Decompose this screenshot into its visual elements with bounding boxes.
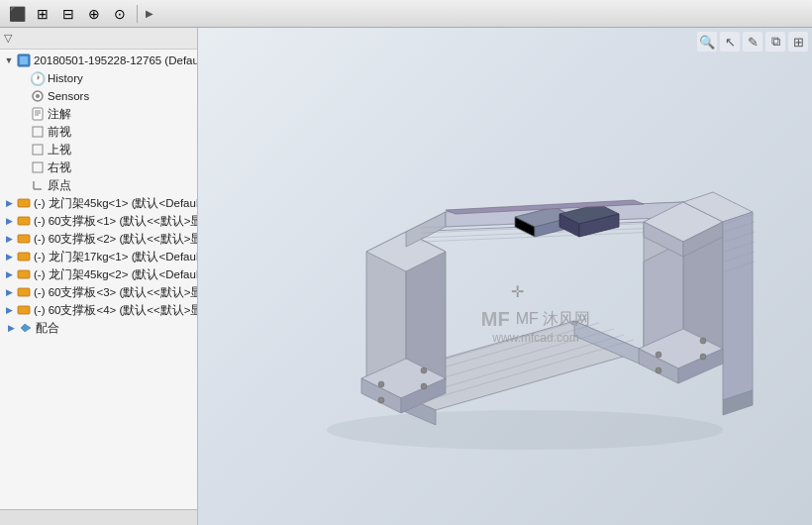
tree-item-part6[interactable]: ▶ (-) 60支撑板<3> (默认<<默认>显 xyxy=(0,283,197,301)
top-icon xyxy=(30,142,46,158)
tree-item-part4[interactable]: ▶ (-) 龙门架17kg<1> (默认<Default_ xyxy=(0,248,197,265)
svg-point-60 xyxy=(656,368,661,373)
left-panel: ▽ ▼ 20180501-195228-12765 (Default<De � xyxy=(0,28,198,525)
part5-icon xyxy=(16,266,32,282)
tree-item-sensors[interactable]: Sensors xyxy=(0,87,197,105)
part5-expander[interactable]: ▶ xyxy=(2,267,16,281)
vp-pointer-icon[interactable]: ↖ xyxy=(720,32,740,52)
svg-rect-1 xyxy=(20,56,28,64)
root-icon xyxy=(16,52,32,68)
sensors-icon xyxy=(30,88,46,104)
notes-icon xyxy=(30,106,46,122)
front-icon xyxy=(30,124,46,140)
part1-label: (-) 龙门架45kg<1> (默认<Default_ xyxy=(34,196,197,211)
toolbar-icon-2[interactable]: ⊞ xyxy=(32,3,53,25)
top-toolbar: ⬛ ⊞ ⊟ ⊕ ⊙ ▶ xyxy=(0,0,812,28)
feature-tree[interactable]: ▼ 20180501-195228-12765 (Default<De 🕐 Hi… xyxy=(0,50,197,509)
svg-rect-16 xyxy=(18,253,30,261)
tree-item-part1[interactable]: ▶ (-) 龙门架45kg<1> (默认<Default_ xyxy=(0,194,197,212)
svg-point-66 xyxy=(421,368,427,373)
root-label: 20180501-195228-12765 (Default<De xyxy=(34,54,197,66)
svg-point-3 xyxy=(36,94,40,98)
part7-expander[interactable]: ▶ xyxy=(2,303,16,317)
viewport-icons: 🔍 ↖ ✎ ⧉ ⊞ xyxy=(697,32,808,52)
part3-expander[interactable]: ▶ xyxy=(2,232,16,246)
3d-model-svg xyxy=(267,93,782,460)
toolbar-icon-3[interactable]: ⊟ xyxy=(57,3,79,25)
mate-label: 配合 xyxy=(36,321,59,336)
part1-expander[interactable]: ▶ xyxy=(2,196,16,210)
tree-item-history[interactable]: 🕐 History xyxy=(0,69,197,87)
vp-search-icon[interactable]: 🔍 xyxy=(697,32,717,52)
mate-expander[interactable]: ▶ xyxy=(4,321,18,335)
right-expander xyxy=(16,160,30,174)
model-container xyxy=(257,57,792,495)
svg-rect-15 xyxy=(18,235,30,243)
svg-rect-13 xyxy=(18,199,30,207)
top-expander xyxy=(16,143,30,157)
tree-item-right[interactable]: 右视 xyxy=(0,158,197,176)
history-icon: 🕐 xyxy=(30,70,46,86)
bottom-status xyxy=(0,509,197,525)
svg-point-67 xyxy=(378,397,384,403)
toolbar-icon-4[interactable]: ⊕ xyxy=(83,3,105,25)
tree-item-part7[interactable]: ▶ (-) 60支撑板<4> (默认<<默认>显 xyxy=(0,301,197,319)
part4-expander[interactable]: ▶ xyxy=(2,250,16,263)
tree-item-top[interactable]: 上视 xyxy=(0,141,197,158)
vp-window-icon[interactable]: ⧉ xyxy=(765,32,785,52)
tree-item-notes[interactable]: 注解 xyxy=(0,105,197,123)
svg-rect-10 xyxy=(33,162,43,172)
tree-root[interactable]: ▼ 20180501-195228-12765 (Default<De xyxy=(0,52,197,69)
svg-rect-19 xyxy=(18,306,30,314)
vp-grid-icon[interactable]: ⊞ xyxy=(788,32,808,52)
sensors-label: Sensors xyxy=(48,90,89,102)
svg-point-68 xyxy=(421,383,427,389)
toolbar-icon-1[interactable]: ⬛ xyxy=(6,3,28,25)
svg-rect-17 xyxy=(18,270,30,278)
part3-label: (-) 60支撑板<2> (默认<<默认>显 xyxy=(34,232,197,247)
viewport[interactable]: 🔍 ↖ ✎ ⧉ ⊞ xyxy=(198,28,812,525)
history-expander xyxy=(16,71,30,85)
main-layout: ▽ ▼ 20180501-195228-12765 (Default<De � xyxy=(0,28,812,525)
part2-icon xyxy=(16,213,32,229)
root-expander[interactable]: ▼ xyxy=(2,53,16,67)
part2-expander[interactable]: ▶ xyxy=(2,214,16,228)
sensors-expander xyxy=(16,89,30,103)
toolbar-more-arrow[interactable]: ▶ xyxy=(144,6,155,21)
svg-point-65 xyxy=(378,381,384,387)
svg-rect-18 xyxy=(18,288,30,296)
separator-1 xyxy=(137,5,138,23)
origin-expander xyxy=(16,178,30,192)
svg-point-58 xyxy=(656,352,661,358)
tree-item-part3[interactable]: ▶ (-) 60支撑板<2> (默认<<默认>显 xyxy=(0,230,197,248)
tree-item-part2[interactable]: ▶ (-) 60支撑板<1> (默认<<默认>显 xyxy=(0,212,197,230)
notes-label: 注解 xyxy=(48,107,71,122)
part7-icon xyxy=(16,302,32,318)
part1-icon xyxy=(16,195,32,211)
origin-label: 原点 xyxy=(48,178,71,193)
filter-icon: ▽ xyxy=(4,32,12,45)
part6-icon xyxy=(16,284,32,300)
svg-point-59 xyxy=(700,338,706,344)
top-label: 上视 xyxy=(48,143,71,158)
tree-item-part5[interactable]: ▶ (-) 龙门架45kg<2> (默认<Default_ xyxy=(0,265,197,283)
origin-icon xyxy=(30,177,46,193)
svg-rect-4 xyxy=(33,108,43,120)
tree-item-mate[interactable]: ▶ 配合 xyxy=(0,319,197,337)
part3-icon xyxy=(16,231,32,247)
front-expander xyxy=(16,125,30,139)
notes-expander xyxy=(16,107,30,121)
svg-rect-9 xyxy=(33,145,43,155)
svg-rect-8 xyxy=(33,127,43,137)
part7-label: (-) 60支撑板<4> (默认<<默认>显 xyxy=(34,303,197,318)
right-label: 右视 xyxy=(48,160,71,175)
tree-item-origin[interactable]: 原点 xyxy=(0,176,197,194)
svg-marker-47 xyxy=(723,212,753,400)
tree-item-front[interactable]: 前视 xyxy=(0,123,197,141)
part6-expander[interactable]: ▶ xyxy=(2,285,16,299)
vp-edit-icon[interactable]: ✎ xyxy=(743,32,762,52)
filter-bar: ▽ xyxy=(0,28,197,50)
part4-icon xyxy=(16,249,32,264)
mate-icon xyxy=(18,320,34,336)
toolbar-icon-5[interactable]: ⊙ xyxy=(109,3,131,25)
